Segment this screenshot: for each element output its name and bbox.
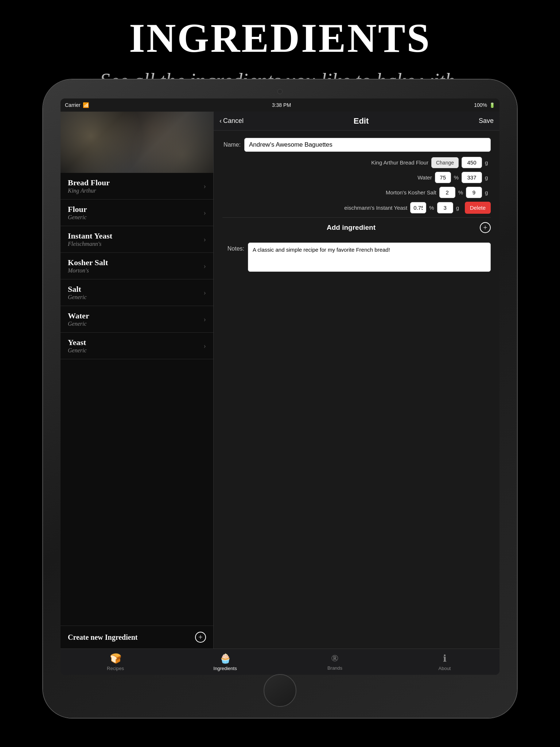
- chevron-right-icon: ›: [203, 315, 206, 324]
- chevron-right-icon: ›: [203, 235, 206, 244]
- recipes-icon: 🍞: [110, 653, 121, 664]
- ingredient-brand: Generic: [68, 321, 203, 327]
- yeast-unit-label: g: [456, 205, 462, 211]
- ipad-screen: Carrier 📶 3:38 PM 100% 🔋 Bread Flour Kin…: [61, 98, 499, 675]
- left-panel: Bread Flour King Arthur › Flour Generic …: [61, 112, 214, 649]
- tab-about[interactable]: ℹ About: [425, 653, 465, 671]
- tab-ingredients[interactable]: 🧁 Ingredients: [205, 653, 245, 671]
- ingredient-brand: King Arthur: [68, 187, 203, 194]
- tab-bar: 🍞 Recipes 🧁 Ingredients ® Brands ℹ About: [61, 649, 499, 675]
- chevron-left-icon: ‹: [219, 117, 222, 125]
- water-ingredient-label: Water: [222, 174, 432, 181]
- yeast-ingredient-label: eischmann's Instant Yeast: [222, 205, 407, 211]
- time-label: 3:38 PM: [272, 102, 291, 108]
- chevron-right-icon: ›: [203, 209, 206, 217]
- chevron-right-icon: ›: [203, 342, 206, 350]
- nav-bar: ‹ Cancel Edit Save: [214, 112, 499, 131]
- yeast-percent-label: %: [429, 205, 434, 211]
- list-item[interactable]: Bread Flour King Arthur ›: [61, 173, 213, 200]
- ipad-camera: [277, 89, 283, 94]
- chevron-right-icon: ›: [203, 182, 206, 190]
- delete-yeast-button[interactable]: Delete: [465, 202, 491, 214]
- ingredient-brand: Generic: [68, 347, 203, 354]
- cancel-button[interactable]: ‹ Cancel: [219, 117, 244, 125]
- recipes-tab-label: Recipes: [107, 666, 124, 671]
- salt-percent-input[interactable]: [439, 187, 455, 198]
- water-percent-label: %: [454, 174, 459, 181]
- ingredient-list: Bread Flour King Arthur › Flour Generic …: [61, 173, 213, 626]
- ingredient-name: Yeast: [68, 338, 203, 347]
- tab-brands[interactable]: ® Brands: [315, 653, 355, 671]
- about-icon: ℹ: [443, 653, 447, 664]
- ingredient-brand: Morton's: [68, 267, 203, 274]
- list-item[interactable]: Instant Yeast Fleischmann's ›: [61, 226, 213, 253]
- brands-icon: ®: [331, 653, 339, 664]
- list-item[interactable]: Flour Generic ›: [61, 200, 213, 226]
- chevron-right-icon: ›: [203, 289, 206, 297]
- flour-unit-label: g: [485, 159, 491, 166]
- list-item[interactable]: Kosher Salt Morton's ›: [61, 253, 213, 279]
- water-amount-input[interactable]: [462, 172, 482, 183]
- ingredients-icon: 🧁: [219, 653, 231, 664]
- salt-ingredient-label: Morton's Kosher Salt: [222, 189, 436, 196]
- notes-label: Notes:: [222, 243, 244, 252]
- nav-title: Edit: [354, 116, 369, 126]
- brands-tab-label: Brands: [327, 665, 342, 671]
- ingredient-name: Salt: [68, 285, 203, 294]
- flour-amount-input[interactable]: [462, 157, 482, 168]
- battery-icon: 🔋: [489, 102, 495, 108]
- create-new-label: Create new Ingredient: [68, 633, 137, 642]
- change-flour-button[interactable]: Change: [431, 157, 459, 168]
- salt-percent-label: %: [458, 189, 463, 196]
- carrier-label: Carrier: [65, 102, 81, 108]
- ipad-home-button[interactable]: [264, 674, 296, 707]
- create-new-row[interactable]: Create new Ingredient +: [61, 626, 213, 649]
- tab-recipes[interactable]: 🍞 Recipes: [96, 653, 136, 671]
- flour-ingredient-label: King Arthur Bread Flour: [222, 159, 428, 166]
- battery-label: 100%: [474, 102, 487, 108]
- form-content: Name: King Arthur Bread Flour Change g W…: [214, 131, 499, 649]
- ingredient-name: Kosher Salt: [68, 258, 203, 267]
- create-new-plus-button[interactable]: +: [195, 632, 206, 643]
- water-unit-label: g: [485, 174, 491, 181]
- yeast-amount-input[interactable]: [437, 202, 453, 213]
- ingredient-name: Bread Flour: [68, 178, 203, 187]
- yeast-percent-input[interactable]: [410, 202, 426, 213]
- wifi-icon: 📶: [83, 102, 89, 108]
- ingredient-name: Water: [68, 311, 203, 321]
- salt-unit-label: g: [485, 189, 491, 196]
- ingredient-brand: Fleischmann's: [68, 241, 203, 247]
- ingredient-brand: Generic: [68, 294, 203, 301]
- add-ingredient-label: Add ingredient: [222, 224, 480, 232]
- page-title: INGREDIENTS: [0, 0, 560, 62]
- ingredient-brand: Generic: [68, 214, 203, 221]
- chevron-right-icon: ›: [203, 262, 206, 270]
- list-item[interactable]: Yeast Generic ›: [61, 333, 213, 359]
- ipad-frame: Carrier 📶 3:38 PM 100% 🔋 Bread Flour Kin…: [43, 80, 517, 718]
- about-tab-label: About: [439, 666, 451, 671]
- name-input[interactable]: [244, 138, 491, 152]
- list-item[interactable]: Salt Generic ›: [61, 279, 213, 306]
- salt-amount-input[interactable]: [466, 187, 482, 198]
- ingredients-tab-label: Ingredients: [213, 666, 237, 671]
- status-bar: Carrier 📶 3:38 PM 100% 🔋: [61, 98, 499, 112]
- water-percent-input[interactable]: [435, 172, 451, 183]
- ingredient-name: Instant Yeast: [68, 231, 203, 241]
- left-header-image: [61, 112, 213, 173]
- add-ingredient-plus-button[interactable]: +: [480, 222, 491, 233]
- add-ingredient-row[interactable]: Add ingredient +: [222, 217, 491, 237]
- list-item[interactable]: Water Generic ›: [61, 306, 213, 333]
- right-panel: ‹ Cancel Edit Save Name: King Arthu: [214, 112, 499, 649]
- ingredient-name: Flour: [68, 205, 203, 214]
- notes-textarea[interactable]: A classic and simple recipe for my favor…: [248, 243, 491, 272]
- name-label: Name:: [222, 142, 241, 148]
- save-button[interactable]: Save: [479, 117, 494, 125]
